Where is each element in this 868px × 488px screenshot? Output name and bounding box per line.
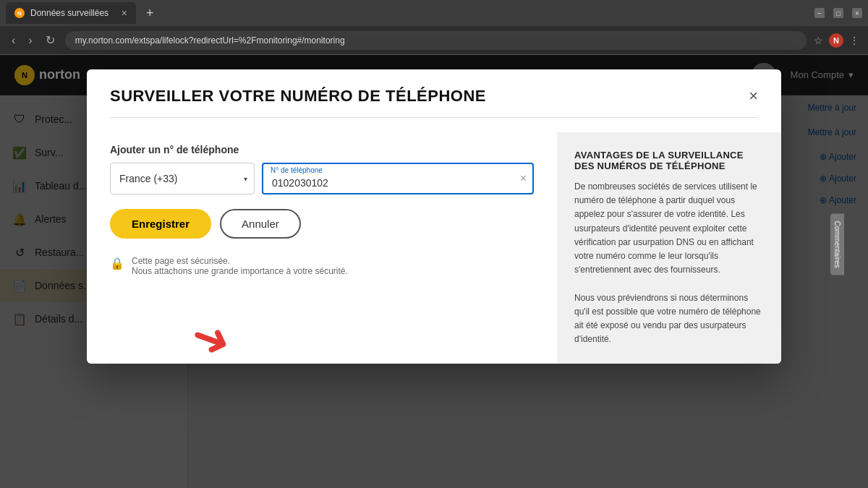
address-bar-icons: ☆ N ⋮ <box>814 33 859 48</box>
input-row: France (+33) Belgique (+32) Suisse (+41)… <box>110 163 534 194</box>
tab-close-button[interactable]: × <box>122 7 127 19</box>
cancel-button[interactable]: Annuler <box>220 209 301 239</box>
security-text: Cette page est sécurisée.Nous attachons … <box>132 256 348 276</box>
form-label: Ajouter un n° de téléphone <box>110 144 534 155</box>
tab-title: Données surveillées <box>30 8 116 18</box>
maximize-button[interactable]: □ <box>833 8 843 18</box>
country-select-wrapper: France (+33) Belgique (+32) Suisse (+41)… <box>110 163 255 194</box>
phone-label: N° de téléphone <box>271 166 323 174</box>
active-tab[interactable]: N Données surveillées × <box>6 2 136 24</box>
modal-title: SURVEILLER VOTRE NUMÉRO DE TÉLÉPHONE <box>110 87 486 106</box>
tab-favicon: N <box>14 8 25 18</box>
save-button[interactable]: Enregistrer <box>110 209 211 239</box>
modal-close-button[interactable]: × <box>749 88 758 104</box>
window-controls: − □ × <box>814 8 862 18</box>
country-select[interactable]: France (+33) Belgique (+32) Suisse (+41)… <box>110 163 255 194</box>
address-bar: ‹ › ↻ ☆ N ⋮ <box>0 26 868 55</box>
back-button[interactable]: ‹ <box>9 31 18 50</box>
modal-divider <box>110 117 758 118</box>
modal-overlay: SURVEILLER VOTRE NUMÉRO DE TÉLÉPHONE × A… <box>0 55 868 488</box>
right-panel-text: De nombreuses sociétés de services utili… <box>574 180 764 346</box>
modal-body: Ajouter un n° de téléphone France (+33) … <box>87 132 781 364</box>
phone-clear-button[interactable]: × <box>520 172 527 185</box>
phone-input-wrapper: N° de téléphone × <box>262 163 534 194</box>
url-input[interactable] <box>65 31 807 50</box>
phone-modal: SURVEILLER VOTRE NUMÉRO DE TÉLÉPHONE × A… <box>87 69 781 364</box>
star-icon[interactable]: ☆ <box>814 35 823 46</box>
modal-header: SURVEILLER VOTRE NUMÉRO DE TÉLÉPHONE × <box>87 69 781 117</box>
minimize-button[interactable]: − <box>814 8 825 18</box>
tab-bar: N Données surveillées × + − □ × <box>0 0 868 26</box>
norton-icon: N <box>829 33 843 48</box>
norton-app: N norton Mes appareils Ma protection ▾ R… <box>0 55 868 488</box>
reload-button[interactable]: ↻ <box>43 30 58 50</box>
modal-form: Ajouter un n° de téléphone France (+33) … <box>87 132 557 364</box>
menu-icon[interactable]: ⋮ <box>849 35 859 46</box>
button-row: Enregistrer Annuler <box>110 209 534 239</box>
lock-icon: 🔒 <box>110 257 124 270</box>
forward-button[interactable]: › <box>25 31 35 50</box>
new-tab-button[interactable]: + <box>142 6 158 21</box>
right-panel-title: AVANTAGES DE LA SURVEILLANCE DES NUMÉROS… <box>574 150 764 171</box>
comments-tab[interactable]: Commentaires <box>830 213 844 275</box>
security-note: 🔒 Cette page est sécurisée.Nous attachon… <box>110 256 534 276</box>
modal-right-panel: AVANTAGES DE LA SURVEILLANCE DES NUMÉROS… <box>557 132 781 364</box>
close-button[interactable]: × <box>852 8 862 18</box>
